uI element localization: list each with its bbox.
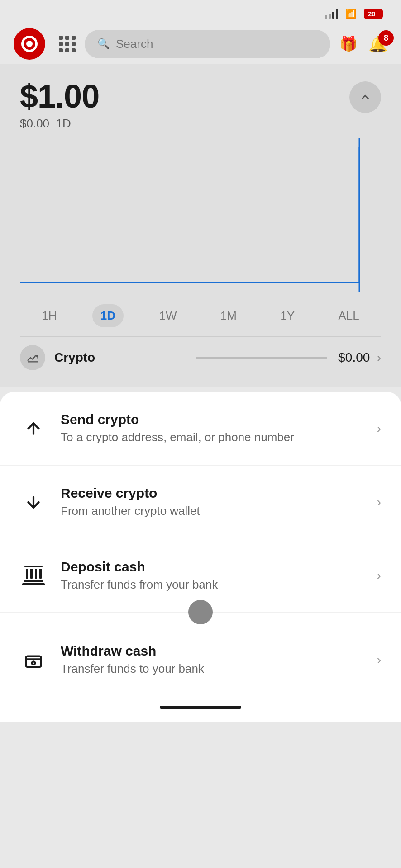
send-crypto-subtitle: To a crypto address, email, or phone num… <box>61 430 370 445</box>
send-crypto-icon <box>20 415 47 442</box>
deposit-cash-icon <box>20 562 47 589</box>
top-bar: 🔍 🎁 🔔 8 <box>0 24 401 64</box>
time-filter-1y[interactable]: 1Y <box>272 304 303 327</box>
wifi-icon: 📶 <box>345 8 357 19</box>
time-filter-1h[interactable]: 1H <box>33 304 65 327</box>
logo-icon <box>21 36 38 52</box>
trend-icon <box>26 351 39 364</box>
balance-change: $0.00 1D <box>20 117 99 131</box>
receive-crypto-title: Receive crypto <box>61 486 370 501</box>
withdraw-cash-icon <box>20 646 47 674</box>
deposit-cash-text: Deposit cash Transfer funds from your ba… <box>61 559 370 593</box>
withdraw-cash-chevron-icon: › <box>377 653 381 667</box>
deposit-cash-title: Deposit cash <box>61 559 370 575</box>
balance-section: $1.00 $0.00 1D <box>20 78 381 131</box>
collapse-button[interactable] <box>349 81 381 113</box>
search-bar[interactable]: 🔍 <box>85 30 330 58</box>
notification-badge: 8 <box>378 30 394 46</box>
status-bar: 📶 20+ <box>0 0 401 24</box>
notification-button[interactable]: 🔔 8 <box>368 35 387 53</box>
crypto-chevron-icon: › <box>377 351 381 365</box>
balance-amount: $1.00 <box>20 78 99 115</box>
receive-crypto-subtitle: From another crypto wallet <box>61 504 370 519</box>
crypto-chart-icon <box>20 345 45 370</box>
time-filter-1w[interactable]: 1W <box>151 304 185 327</box>
main-content: $1.00 $0.00 1D 1H 1D 1W 1M 1Y ALL <box>0 64 401 387</box>
time-filter-1d[interactable]: 1D <box>92 304 124 327</box>
crypto-divider <box>196 357 328 359</box>
crypto-value: $0.00 <box>338 350 370 365</box>
logo-button[interactable] <box>14 28 45 60</box>
crypto-label: Crypto <box>54 350 186 365</box>
deposit-cash-item[interactable]: Deposit cash Transfer funds from your ba… <box>0 539 401 613</box>
chevron-up-icon <box>359 91 372 104</box>
receive-crypto-text: Receive crypto From another crypto walle… <box>61 486 370 519</box>
bank-icon <box>22 566 45 585</box>
actions-card: Send crypto To a crypto address, email, … <box>0 392 401 697</box>
drag-dot[interactable] <box>188 600 213 624</box>
apps-menu-icon[interactable] <box>59 36 76 52</box>
withdraw-cash-subtitle: Transfer funds to your bank <box>61 661 370 677</box>
withdraw-cash-text: Withdraw cash Transfer funds to your ban… <box>61 643 370 677</box>
crypto-portfolio-row[interactable]: Crypto $0.00 › <box>20 336 381 378</box>
search-icon: 🔍 <box>97 38 110 50</box>
time-filter-1m[interactable]: 1M <box>212 304 245 327</box>
signal-icon <box>325 9 338 19</box>
home-bar <box>160 706 241 709</box>
send-crypto-text: Send crypto To a crypto address, email, … <box>61 412 370 445</box>
deposit-cash-chevron-icon: › <box>377 568 381 583</box>
balance-info: $1.00 $0.00 1D <box>20 78 99 131</box>
time-filter-all[interactable]: ALL <box>330 304 368 327</box>
search-input[interactable] <box>116 37 318 51</box>
time-filter-bar: 1H 1D 1W 1M 1Y ALL <box>20 292 381 336</box>
battery-indicator: 20+ <box>364 9 383 19</box>
receive-crypto-chevron-icon: › <box>377 495 381 509</box>
chart-svg <box>20 138 381 292</box>
withdraw-cash-item[interactable]: Withdraw cash Transfer funds to your ban… <box>0 613 401 697</box>
receive-crypto-item[interactable]: Receive crypto From another crypto walle… <box>0 466 401 539</box>
home-indicator <box>0 697 401 722</box>
gift-icon[interactable]: 🎁 <box>339 35 358 52</box>
top-right-icons: 🎁 🔔 8 <box>339 35 387 53</box>
price-chart[interactable] <box>0 138 401 292</box>
send-crypto-item[interactable]: Send crypto To a crypto address, email, … <box>0 392 401 466</box>
send-crypto-chevron-icon: › <box>377 421 381 436</box>
deposit-cash-subtitle: Transfer funds from your bank <box>61 577 370 593</box>
receive-crypto-icon <box>20 489 47 516</box>
svg-point-6 <box>32 662 35 665</box>
withdraw-cash-title: Withdraw cash <box>61 643 370 659</box>
send-crypto-title: Send crypto <box>61 412 370 427</box>
